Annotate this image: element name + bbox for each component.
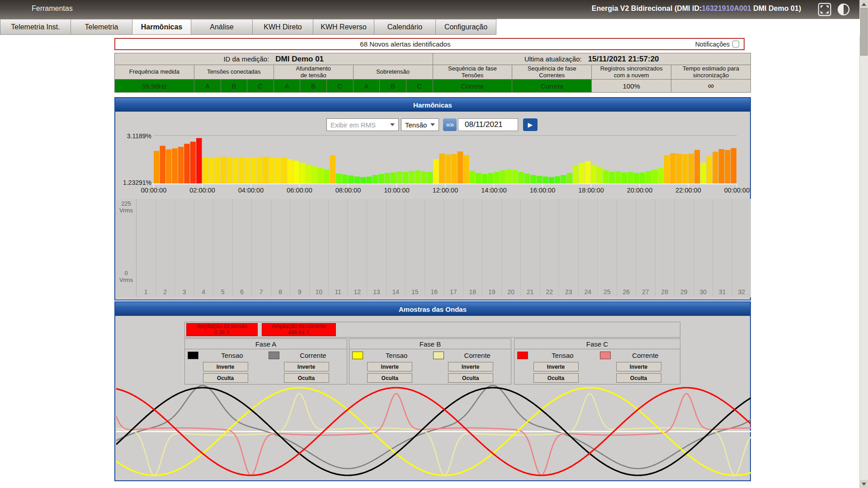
- harmonics-bar[interactable]: [373, 175, 378, 184]
- harmonics-bar[interactable]: [518, 172, 524, 184]
- harmonics-bar[interactable]: [233, 158, 238, 184]
- harmonics-bar[interactable]: [160, 146, 165, 184]
- harmonics-bar[interactable]: [245, 158, 250, 184]
- invert-current-button-fase-a[interactable]: Inverte: [284, 362, 329, 371]
- harmonics-bar[interactable]: [646, 171, 651, 184]
- current-amplification-button[interactable]: Ampliação da corrente 496.64 X: [262, 323, 336, 336]
- harmonics-bar[interactable]: [725, 150, 730, 184]
- scroll-up-button[interactable]: [860, 0, 868, 8]
- harmonics-bar[interactable]: [658, 168, 663, 184]
- harmonics-bar[interactable]: [324, 169, 329, 184]
- harmonics-bar[interactable]: [664, 155, 670, 184]
- harmonics-bar[interactable]: [731, 148, 736, 184]
- scrollbar-thumb[interactable]: [860, 8, 868, 56]
- harmonics-bar[interactable]: [178, 147, 184, 184]
- harmonics-bar[interactable]: [458, 151, 463, 184]
- harmonics-bar[interactable]: [288, 159, 293, 184]
- harmonics-bar[interactable]: [476, 173, 481, 184]
- harmonics-bar[interactable]: [397, 171, 402, 184]
- harmonics-bar[interactable]: [196, 138, 202, 184]
- harmonics-bar[interactable]: [439, 154, 445, 184]
- harmonics-bar[interactable]: [719, 149, 724, 184]
- harmonics-bar[interactable]: [682, 154, 688, 184]
- harmonics-bar[interactable]: [524, 174, 530, 184]
- harmonics-bar[interactable]: [627, 172, 633, 184]
- harmonics-bar[interactable]: [622, 173, 627, 184]
- invert-voltage-button-fase-b[interactable]: Inverte: [367, 362, 412, 371]
- harmonics-bar[interactable]: [275, 158, 281, 184]
- hide-voltage-button-fase-c[interactable]: Oculta: [533, 373, 579, 383]
- hide-current-button-fase-a[interactable]: Oculta: [284, 373, 329, 383]
- harmonics-bar[interactable]: [700, 163, 706, 184]
- harmonics-bar[interactable]: [203, 157, 208, 184]
- harmonics-bar[interactable]: [306, 165, 311, 184]
- harmonics-bar[interactable]: [591, 165, 597, 184]
- invert-current-button-fase-c[interactable]: Inverte: [616, 362, 661, 371]
- harmonics-bar[interactable]: [548, 177, 554, 184]
- harmonics-bar[interactable]: [166, 150, 171, 184]
- harmonics-bar[interactable]: [226, 157, 232, 184]
- harmonics-bar[interactable]: [603, 170, 609, 184]
- harmonics-bar[interactable]: [707, 156, 712, 184]
- harmonics-bar[interactable]: [561, 175, 566, 184]
- harmonics-bar[interactable]: [330, 155, 335, 184]
- tab-telemetria-inst[interactable]: Telemetria Inst.: [0, 19, 71, 35]
- harmonics-bar[interactable]: [311, 166, 317, 184]
- harmonics-bar[interactable]: [269, 158, 274, 184]
- harmonics-bar-chart[interactable]: 00:00:0002:00:0004:00:0006:00:0008:00:00…: [116, 133, 751, 197]
- harmonics-bar[interactable]: [154, 151, 159, 184]
- tab-harmonicas[interactable]: Harmônicas: [132, 19, 191, 35]
- harmonics-bar[interactable]: [239, 157, 244, 184]
- harmonics-bar[interactable]: [488, 173, 493, 184]
- waveforms-chart[interactable]: [116, 385, 751, 481]
- tab-kwh-reverso[interactable]: KWH Reverso: [313, 19, 374, 35]
- harmonics-bar[interactable]: [567, 173, 572, 184]
- harmonics-bar[interactable]: [470, 171, 475, 184]
- harmonics-bar[interactable]: [348, 175, 354, 184]
- harmonics-bar[interactable]: [360, 177, 366, 184]
- harmonics-bar[interactable]: [366, 177, 372, 184]
- harmonics-bar[interactable]: [530, 175, 536, 184]
- tab-analise[interactable]: Análise: [191, 19, 253, 35]
- harmonics-bar[interactable]: [537, 176, 542, 184]
- harmonics-bar[interactable]: [676, 154, 682, 184]
- hide-current-button-fase-c[interactable]: Oculta: [616, 373, 661, 383]
- harmonics-bar[interactable]: [634, 173, 639, 184]
- harmonics-bar[interactable]: [336, 174, 341, 184]
- vertical-scrollbar[interactable]: [859, 0, 868, 488]
- harmonics-bar[interactable]: [354, 177, 359, 184]
- harmonics-bar[interactable]: [251, 158, 256, 184]
- date-input[interactable]: [458, 118, 518, 131]
- harmonics-bar[interactable]: [463, 155, 469, 184]
- harmonics-bar[interactable]: [712, 152, 718, 184]
- harmonics-bar[interactable]: [482, 174, 487, 184]
- hide-voltage-button-fase-b[interactable]: Oculta: [367, 373, 412, 383]
- contrast-icon[interactable]: [836, 2, 851, 17]
- tab-calendario[interactable]: Calendário: [374, 19, 436, 35]
- harmonics-bar[interactable]: [555, 176, 560, 184]
- harmonics-bar[interactable]: [318, 168, 323, 184]
- scroll-down-button[interactable]: [860, 480, 868, 488]
- harmonics-bar[interactable]: [190, 142, 196, 184]
- hide-current-button-fase-b[interactable]: Oculta: [448, 373, 493, 383]
- invert-voltage-button-fase-a[interactable]: Inverte: [203, 362, 248, 371]
- harmonics-bar[interactable]: [214, 157, 220, 184]
- harmonics-bar[interactable]: [670, 153, 675, 184]
- harmonics-bar[interactable]: [403, 172, 408, 184]
- harmonics-bar[interactable]: [409, 171, 414, 184]
- fullscreen-icon[interactable]: [817, 2, 832, 17]
- harmonics-bar[interactable]: [494, 172, 500, 184]
- harmonics-bar[interactable]: [445, 155, 451, 184]
- harmonics-bar[interactable]: [573, 165, 578, 184]
- harmonics-bar[interactable]: [421, 171, 426, 184]
- harmonics-bar[interactable]: [300, 163, 305, 184]
- tab-configuracao[interactable]: Configuração: [435, 19, 496, 35]
- harmonics-bar[interactable]: [500, 170, 505, 184]
- harmonics-bar[interactable]: [579, 163, 585, 184]
- display-mode-select[interactable]: Exibir em RMS: [326, 118, 399, 131]
- harmonics-bar[interactable]: [512, 170, 518, 184]
- play-button[interactable]: ▶: [523, 118, 538, 131]
- date-nav-button[interactable]: «»: [443, 118, 457, 131]
- harmonics-bar[interactable]: [585, 161, 590, 184]
- harmonics-bar[interactable]: [433, 159, 439, 184]
